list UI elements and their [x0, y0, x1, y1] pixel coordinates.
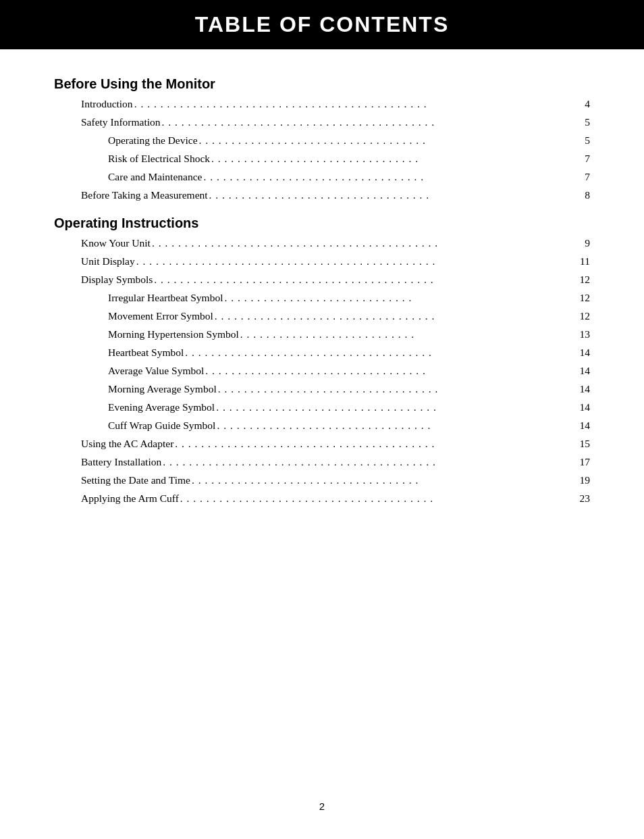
toc-label-safety: Safety Information	[81, 114, 161, 130]
section-heading-operating: Operating Instructions	[54, 215, 590, 231]
toc-page-unit-display: 11	[580, 253, 590, 270]
toc-page-movement-error: 12	[580, 308, 591, 324]
toc-page-ac-adapter: 15	[580, 436, 591, 452]
toc-label-display-symbols: Display Symbols	[81, 272, 153, 288]
toc-row-date-time: Setting the Date and Time . . . . . . . …	[54, 472, 590, 488]
toc-row-safety: Safety Information . . . . . . . . . . .…	[54, 114, 590, 130]
toc-label-unit-display: Unit Display	[81, 253, 135, 270]
toc-page-irregular-heartbeat: 12	[580, 290, 591, 306]
toc-row-arm-cuff: Applying the Arm Cuff . . . . . . . . . …	[54, 490, 590, 507]
toc-dots-movement-error: . . . . . . . . . . . . . . . . . . . . …	[215, 308, 579, 324]
toc-row-irregular-heartbeat: Irregular Heartbeat Symbol . . . . . . .…	[54, 290, 590, 306]
toc-dots-irregular-heartbeat: . . . . . . . . . . . . . . . . . . . . …	[224, 290, 578, 306]
toc-dots-arm-cuff: . . . . . . . . . . . . . . . . . . . . …	[180, 490, 579, 507]
toc-row-evening-average: Evening Average Symbol . . . . . . . . .…	[54, 399, 590, 415]
toc-dots-introduction: . . . . . . . . . . . . . . . . . . . . …	[134, 96, 584, 112]
toc-page-care-maintenance: 7	[585, 169, 590, 185]
toc-page-battery-install: 17	[580, 454, 591, 470]
toc-page-before-taking: 8	[585, 187, 590, 203]
toc-dots-care-maintenance: . . . . . . . . . . . . . . . . . . . . …	[203, 169, 583, 185]
toc-label-heartbeat-symbol: Heartbeat Symbol	[108, 345, 184, 361]
toc-dots-heartbeat-symbol: . . . . . . . . . . . . . . . . . . . . …	[185, 345, 578, 361]
section-operating: Operating Instructions Know Your Unit . …	[54, 215, 590, 507]
toc-page-cuff-wrap: 14	[580, 417, 591, 434]
toc-dots-operating-device: . . . . . . . . . . . . . . . . . . . . …	[199, 132, 584, 149]
toc-row-morning-hypertension: Morning Hypertension Symbol . . . . . . …	[54, 326, 590, 342]
toc-label-ac-adapter: Using the AC Adapter	[81, 436, 173, 452]
toc-label-battery-install: Battery Installation	[81, 454, 161, 470]
toc-dots-unit-display: . . . . . . . . . . . . . . . . . . . . …	[136, 253, 579, 270]
toc-page-know-unit: 9	[585, 235, 590, 251]
page: TABLE OF CONTENTS Before Using the Monit…	[0, 0, 644, 839]
toc-row-morning-average: Morning Average Symbol . . . . . . . . .…	[54, 381, 590, 397]
toc-row-know-unit: Know Your Unit . . . . . . . . . . . . .…	[54, 235, 590, 251]
toc-row-unit-display: Unit Display . . . . . . . . . . . . . .…	[54, 253, 590, 270]
toc-page-morning-average: 14	[580, 381, 591, 397]
toc-label-evening-average: Evening Average Symbol	[108, 399, 215, 415]
section-before-using: Before Using the Monitor Introduction . …	[54, 76, 590, 203]
toc-page-heartbeat-symbol: 14	[580, 345, 591, 361]
toc-label-date-time: Setting the Date and Time	[81, 472, 190, 488]
toc-dots-display-symbols: . . . . . . . . . . . . . . . . . . . . …	[154, 272, 578, 288]
toc-row-movement-error: Movement Error Symbol . . . . . . . . . …	[54, 308, 590, 324]
toc-dots-cuff-wrap: . . . . . . . . . . . . . . . . . . . . …	[217, 417, 578, 434]
toc-row-average-value: Average Value Symbol . . . . . . . . . .…	[54, 363, 590, 379]
toc-label-care-maintenance: Care and Maintenance	[108, 169, 202, 185]
toc-dots-evening-average: . . . . . . . . . . . . . . . . . . . . …	[216, 399, 578, 415]
toc-dots-average-value: . . . . . . . . . . . . . . . . . . . . …	[205, 363, 578, 379]
toc-dots-morning-hypertension: . . . . . . . . . . . . . . . . . . . . …	[240, 326, 579, 342]
toc-dots-know-unit: . . . . . . . . . . . . . . . . . . . . …	[152, 235, 583, 251]
toc-page-operating-device: 5	[585, 132, 590, 149]
toc-page-display-symbols: 12	[580, 272, 591, 288]
page-number: 2	[319, 800, 325, 812]
toc-row-operating-device: Operating the Device . . . . . . . . . .…	[54, 132, 590, 149]
toc-label-morning-average: Morning Average Symbol	[108, 381, 217, 397]
toc-label-movement-error: Movement Error Symbol	[108, 308, 213, 324]
toc-page-evening-average: 14	[580, 399, 591, 415]
toc-row-display-symbols: Display Symbols . . . . . . . . . . . . …	[54, 272, 590, 288]
toc-dots-battery-install: . . . . . . . . . . . . . . . . . . . . …	[163, 454, 578, 470]
toc-row-ac-adapter: Using the AC Adapter . . . . . . . . . .…	[54, 436, 590, 452]
toc-content: Before Using the Monitor Introduction . …	[0, 76, 644, 507]
toc-row-care-maintenance: Care and Maintenance . . . . . . . . . .…	[54, 169, 590, 185]
toc-row-battery-install: Battery Installation . . . . . . . . . .…	[54, 454, 590, 470]
page-title: TABLE OF CONTENTS	[14, 12, 630, 37]
toc-label-cuff-wrap: Cuff Wrap Guide Symbol	[108, 417, 215, 434]
toc-label-irregular-heartbeat: Irregular Heartbeat Symbol	[108, 290, 223, 306]
toc-dots-ac-adapter: . . . . . . . . . . . . . . . . . . . . …	[175, 436, 578, 452]
toc-label-average-value: Average Value Symbol	[108, 363, 204, 379]
toc-label-arm-cuff: Applying the Arm Cuff	[81, 490, 179, 507]
toc-label-risk-electrical: Risk of Electrical Shock	[108, 151, 210, 167]
toc-label-before-taking: Before Taking a Measurement	[81, 187, 208, 203]
toc-label-know-unit: Know Your Unit	[81, 235, 151, 251]
toc-dots-before-taking: . . . . . . . . . . . . . . . . . . . . …	[209, 187, 584, 203]
toc-row-heartbeat-symbol: Heartbeat Symbol . . . . . . . . . . . .…	[54, 345, 590, 361]
toc-row-before-taking: Before Taking a Measurement . . . . . . …	[54, 187, 590, 203]
toc-dots-date-time: . . . . . . . . . . . . . . . . . . . . …	[192, 472, 579, 488]
header-bar: TABLE OF CONTENTS	[0, 0, 644, 49]
toc-row-introduction: Introduction . . . . . . . . . . . . . .…	[54, 96, 590, 112]
section-heading-before-using: Before Using the Monitor	[54, 76, 590, 92]
toc-page-date-time: 19	[580, 472, 591, 488]
toc-row-cuff-wrap: Cuff Wrap Guide Symbol . . . . . . . . .…	[54, 417, 590, 434]
toc-dots-morning-average: . . . . . . . . . . . . . . . . . . . . …	[218, 381, 579, 397]
toc-page-safety: 5	[585, 114, 590, 130]
toc-page-introduction: 4	[585, 96, 590, 112]
toc-label-operating-device: Operating the Device	[108, 132, 198, 149]
toc-label-introduction: Introduction	[81, 96, 133, 112]
toc-dots-safety: . . . . . . . . . . . . . . . . . . . . …	[162, 114, 584, 130]
toc-dots-risk-electrical: . . . . . . . . . . . . . . . . . . . . …	[211, 151, 583, 167]
toc-row-risk-electrical: Risk of Electrical Shock . . . . . . . .…	[54, 151, 590, 167]
toc-page-average-value: 14	[580, 363, 591, 379]
toc-page-morning-hypertension: 13	[580, 326, 591, 342]
toc-page-arm-cuff: 23	[580, 490, 591, 507]
toc-page-risk-electrical: 7	[585, 151, 590, 167]
toc-label-morning-hypertension: Morning Hypertension Symbol	[108, 326, 239, 342]
